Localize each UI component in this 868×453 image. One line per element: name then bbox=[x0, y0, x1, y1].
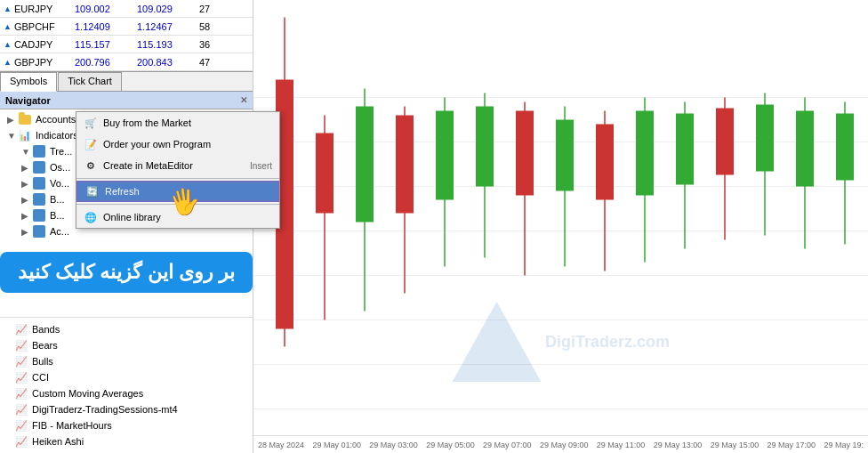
ctx-buy-market[interactable]: 🛒 Buy from the Market bbox=[76, 112, 279, 133]
ctx-create-editor[interactable]: ⚙ Create in MetaEditor Insert bbox=[76, 155, 279, 176]
nav-lower-tree: 📈 Bands 📈 Bears 📈 Bulls 📈 CCI 📈 Custom M… bbox=[0, 317, 253, 453]
right-panel: DigiTraderz.com 28 May 2024 29 May 01:00… bbox=[253, 0, 868, 453]
tab-bar: Symbols Tick Chart bbox=[0, 72, 253, 92]
bulls-icon: 📈 bbox=[14, 354, 28, 368]
ctx-separator bbox=[76, 178, 279, 179]
tab-symbols[interactable]: Symbols bbox=[0, 72, 57, 92]
tree-heiken[interactable]: 📈 Heiken Ashi bbox=[0, 433, 253, 449]
svg-rect-11 bbox=[316, 133, 334, 214]
time-axis: 28 May 2024 29 May 01:00 29 May 03:00 29… bbox=[253, 435, 868, 453]
balloon-tooltip: بر روی این گزینه کلیک کنید bbox=[0, 252, 253, 293]
editor-icon: ⚙ bbox=[84, 158, 98, 173]
tree-bulls[interactable]: 📈 Bulls bbox=[0, 353, 253, 369]
symbol-row-gbpjpy[interactable]: ▲ GBPJPY 200.796 200.843 47 bbox=[0, 53, 253, 71]
tree-bears[interactable]: 📈 Bears bbox=[0, 337, 253, 353]
tree-custom-ma[interactable]: 📈 Custom Moving Averages bbox=[0, 385, 253, 401]
ctx-order-program[interactable]: 📝 Order your own Program bbox=[76, 133, 279, 155]
svg-rect-29 bbox=[676, 114, 694, 185]
hand-cursor-icon: 🖐 bbox=[166, 184, 202, 219]
svg-rect-37 bbox=[836, 114, 854, 181]
market-icon: 🛒 bbox=[84, 116, 98, 130]
candlestick-chart bbox=[253, 0, 868, 453]
fib-icon: 📈 bbox=[14, 418, 28, 433]
tab-tick-chart[interactable]: Tick Chart bbox=[58, 72, 122, 91]
tree-fib[interactable]: 📈 FIB - MarketHours bbox=[0, 417, 253, 433]
svg-rect-27 bbox=[636, 111, 654, 196]
navigator-title: Navigator bbox=[5, 95, 51, 106]
digitraderz-icon: 📈 bbox=[14, 402, 28, 417]
tree-cci[interactable]: 📈 CCI bbox=[0, 369, 253, 385]
navigator-close[interactable]: ✕ bbox=[240, 95, 247, 105]
svg-rect-33 bbox=[756, 105, 774, 172]
tree-digitraderz[interactable]: 📈 DigiTraderz-TradingSessions-mt4 bbox=[0, 401, 253, 417]
heiken-icon: 📈 bbox=[14, 434, 28, 449]
navigator-header: Navigator ✕ bbox=[0, 92, 253, 109]
svg-rect-21 bbox=[516, 111, 534, 196]
symbol-row-gbpchf[interactable]: ▲ GBPCHF 1.12409 1.12467 58 bbox=[0, 18, 253, 36]
svg-rect-23 bbox=[556, 120, 574, 191]
watermark: DigiTraderz.com bbox=[452, 302, 670, 382]
svg-rect-13 bbox=[356, 107, 374, 222]
refresh-icon: 🔄 bbox=[85, 184, 100, 198]
bands-icon: 📈 bbox=[14, 322, 28, 336]
symbol-row-cadjpy[interactable]: ▲ CADJPY 115.157 115.193 36 bbox=[0, 36, 253, 53]
svg-rect-25 bbox=[596, 125, 614, 200]
library-icon: 🌐 bbox=[84, 210, 98, 224]
svg-rect-31 bbox=[716, 109, 734, 175]
symbol-row-eurjpy[interactable]: ▲ EURJPY 109.002 109.029 27 bbox=[0, 0, 253, 18]
symbols-table: ▲ EURJPY 109.002 109.029 27 ▲ GBPCHF 1.1… bbox=[0, 0, 253, 72]
svg-rect-19 bbox=[476, 107, 494, 187]
bears-icon: 📈 bbox=[14, 338, 28, 352]
tree-bands[interactable]: 📈 Bands bbox=[0, 321, 253, 337]
custom-ma-icon: 📈 bbox=[14, 386, 28, 400]
left-panel: ▲ EURJPY 109.002 109.029 27 ▲ GBPCHF 1.1… bbox=[0, 0, 253, 453]
cci-icon: 📈 bbox=[14, 370, 28, 384]
svg-rect-15 bbox=[396, 116, 414, 214]
chart-area[interactable]: DigiTraderz.com 28 May 2024 29 May 01:00… bbox=[253, 0, 868, 453]
svg-rect-35 bbox=[796, 111, 814, 187]
svg-rect-17 bbox=[436, 111, 454, 200]
program-icon: 📝 bbox=[84, 137, 98, 151]
